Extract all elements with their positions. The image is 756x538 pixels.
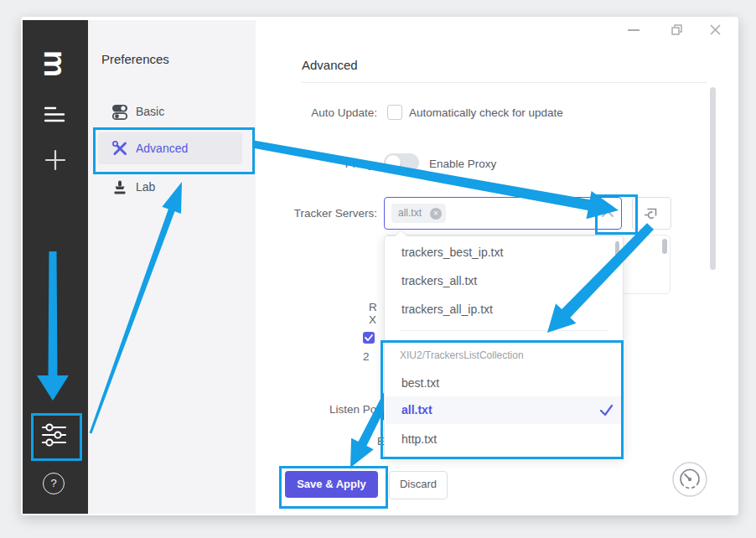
auto-update-checkbox[interactable]: [387, 105, 402, 120]
panel-title: Preferences: [101, 52, 169, 66]
tracker-servers-label: Tracker Servers:: [277, 207, 377, 220]
listen-ports-label: Listen Ports:: [285, 403, 392, 416]
title-divider: [302, 82, 707, 83]
auto-update-label: Auto Update:: [277, 106, 377, 119]
motrix-logo-glyph: m: [39, 50, 70, 77]
page-title: Advanced: [302, 58, 358, 72]
annotation-box-save-button: [279, 466, 388, 509]
selected-tracker-tag: all.txt ×: [391, 204, 446, 223]
sidebar-item-label: Basic: [136, 105, 164, 118]
screenshot-canvas: m ? Preferences Basic: [0, 0, 756, 538]
preferences-panel: [88, 20, 256, 514]
obscured-text-fragment: X: [369, 313, 376, 326]
proxy-option-label: Enable Proxy: [429, 158, 496, 170]
main-scrollbar-thumb[interactable]: [710, 87, 716, 270]
dropdown-divider: [400, 330, 608, 331]
lab-stamp-icon: [111, 179, 128, 196]
sync-tracker-button[interactable]: [632, 197, 671, 230]
discard-button[interactable]: Discard: [389, 471, 448, 499]
tag-label: all.txt: [398, 207, 422, 219]
add-task-icon[interactable]: [44, 148, 67, 172]
annotation-box-settings-icon: [31, 413, 82, 461]
annotation-box-tracker-group: [381, 340, 624, 459]
sync-tracker-icon: [644, 206, 660, 221]
help-icon[interactable]: ?: [43, 473, 65, 494]
maximize-icon[interactable]: [671, 23, 683, 36]
tag-close-icon[interactable]: ×: [430, 208, 442, 220]
auto-update-option-label[interactable]: Automatically check for update: [409, 106, 563, 119]
minimize-icon[interactable]: [628, 29, 639, 31]
tracker-servers-select[interactable]: all.txt ×: [384, 197, 622, 230]
dropdown-item[interactable]: trackers_best_ip.txt: [401, 246, 503, 259]
textarea-scrollbar-thumb[interactable]: [662, 239, 667, 254]
sidebar-item-label: Lab: [136, 180, 155, 194]
motrix-logo: m: [41, 49, 71, 79]
proxy-label: Proxy:: [277, 158, 377, 170]
annotation-box-advanced-item: [93, 127, 255, 174]
close-icon[interactable]: [709, 23, 722, 36]
proxy-toggle[interactable]: [384, 153, 419, 172]
task-list-icon[interactable]: [44, 106, 66, 124]
check-icon: [363, 332, 375, 344]
sidebar-item-basic[interactable]: Basic: [98, 99, 242, 127]
obscured-checked-checkbox[interactable]: [363, 332, 375, 344]
dropdown-item[interactable]: trackers_all.txt: [401, 274, 477, 287]
dropdown-scrollbar-thumb[interactable]: [615, 241, 619, 266]
obscured-text-fragment: 2: [363, 350, 370, 363]
dropdown-item[interactable]: trackers_all_ip.txt: [401, 303, 493, 316]
toggle-knob: [386, 155, 401, 170]
sidebar-item-lab[interactable]: Lab: [98, 174, 242, 203]
obscured-text-fragment: R: [369, 301, 377, 313]
speed-limit-icon[interactable]: [671, 460, 709, 499]
annotation-box-chevron-button: [595, 194, 638, 235]
toggles-icon: [111, 104, 128, 121]
